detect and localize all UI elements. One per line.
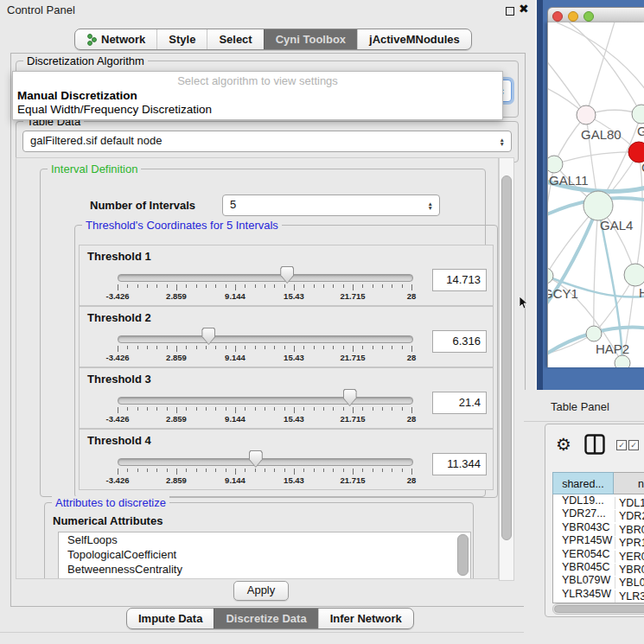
column-checkbox-icon[interactable]: ✓ (616, 440, 627, 450)
slider-tick (226, 284, 226, 288)
network-window-titlebar[interactable] (547, 7, 644, 24)
dropdown-option-equal-width[interactable]: Equal Width/Frequency Discretization (17, 103, 212, 116)
slider-tick (274, 469, 275, 472)
table-row[interactable]: YPR145WYPR1 (553, 534, 644, 547)
list-scrollbar[interactable] (457, 534, 469, 576)
slider-tick (167, 469, 168, 472)
network-node-gcy1[interactable] (548, 268, 553, 284)
slider-track[interactable] (118, 397, 413, 405)
table-rows[interactable]: YDL19...YDL1YDR27...YDR2YBR043CYBR0YPR14… (552, 494, 644, 603)
table-scrollbar-thumb[interactable] (554, 605, 644, 613)
float-window-icon[interactable] (506, 7, 514, 16)
attribute-list-item[interactable]: TopologicalCoefficient (59, 547, 470, 562)
table-data-combobox[interactable]: galFiltered.sif default node ▲▼ (22, 131, 512, 152)
slider-tick (333, 346, 334, 349)
slider-tick (176, 407, 177, 413)
network-node-h[interactable] (624, 264, 644, 286)
column-header-shared-name[interactable]: shared... (552, 472, 614, 494)
table-row[interactable]: YER054CYER0 (553, 548, 644, 561)
panel-scrollbar[interactable] (499, 157, 514, 581)
tab-select[interactable]: Select (207, 29, 263, 49)
tab-jactivemnodules[interactable]: jActiveMNodules (357, 29, 471, 49)
network-node-label: GAL80 (581, 127, 622, 142)
slider-tick (294, 469, 295, 475)
threshold-value-field[interactable]: 14.713 (432, 269, 487, 291)
threshold-value-field[interactable]: 11.344 (432, 453, 487, 475)
numerical-attributes-list[interactable]: SelfLoopsTopologicalCoefficientBetweenne… (58, 532, 471, 579)
tab-discretize-data[interactable]: Discretize Data (214, 609, 317, 628)
panel-scrollbar-thumb[interactable] (501, 175, 512, 540)
slider-tick (215, 346, 216, 349)
slider-thumb[interactable] (201, 328, 215, 345)
slider-tick (226, 346, 226, 349)
table-row[interactable]: YLR345WYLR3 (553, 588, 644, 601)
tab-network[interactable]: Network (75, 29, 156, 49)
tab-style[interactable]: Style (156, 29, 207, 49)
slider-tick (274, 407, 275, 411)
network-node[interactable] (615, 355, 630, 367)
number-of-intervals-combobox[interactable]: 5 ▲▼ (222, 194, 440, 216)
tab-cyni-toolbox[interactable]: Cyni Toolbox (264, 29, 357, 49)
slider-thumb[interactable] (280, 266, 294, 284)
tab-impute-data[interactable]: Impute Data (127, 609, 214, 628)
attribute-list-item[interactable]: SelfLoops (59, 532, 470, 547)
dropdown-option-manual[interactable]: Manual Discretization (17, 89, 137, 102)
slider-thumb[interactable] (343, 389, 357, 406)
attribute-list-item[interactable]: BetweennessCentrality (59, 562, 470, 577)
network-canvas[interactable]: GAL80GACGAL11GAL4GCY1HHAP2 (547, 22, 644, 367)
slider-tick (156, 469, 157, 472)
network-node-gal11[interactable] (548, 156, 563, 173)
slider-tick (294, 346, 295, 352)
close-icon[interactable]: ✖ (519, 2, 529, 16)
slider-tick (167, 407, 168, 411)
slider-tick (303, 284, 304, 288)
threshold-value-field[interactable]: 21.4 (432, 392, 487, 414)
apply-button[interactable]: Apply (233, 581, 289, 601)
slider-tick (333, 407, 334, 411)
slider-tick (137, 469, 138, 472)
tab-infer-network[interactable]: Infer Network (318, 609, 413, 628)
slider-tick (303, 346, 304, 349)
network-node-label: GCY1 (548, 286, 578, 301)
mac-zoom-icon[interactable] (583, 11, 594, 22)
slider-tick (255, 284, 256, 288)
slider-tick (411, 346, 412, 352)
slider-tick (284, 469, 285, 472)
threshold-value-field[interactable]: 6.316 (432, 330, 487, 353)
table-row[interactable]: YBR043CYBR0 (553, 521, 644, 534)
combo-stepper-icon: ▲▼ (500, 137, 505, 146)
mac-close-icon[interactable] (552, 11, 563, 22)
network-node-hap2[interactable] (586, 326, 602, 341)
slider-track[interactable] (118, 335, 413, 343)
column-checkbox-icon[interactable]: ✓ (628, 440, 639, 450)
table-row[interactable]: YDR27...YDR2 (553, 507, 644, 520)
slider-tick (118, 284, 118, 290)
slider-thumb[interactable] (249, 450, 263, 468)
slider-tick (118, 469, 118, 475)
table-horizontal-scrollbar[interactable] (552, 603, 644, 615)
table-row[interactable]: YDL19...YDL1 (553, 494, 644, 507)
split-columns-icon[interactable] (583, 433, 606, 456)
slider-tick (353, 469, 354, 475)
slider-tick (314, 407, 315, 411)
mac-minimize-icon[interactable] (568, 11, 578, 22)
column-header-name[interactable]: na (614, 472, 644, 494)
network-node-gal4[interactable] (583, 191, 613, 220)
slider-tick (235, 407, 236, 413)
slider-tick (215, 284, 216, 288)
table-row[interactable]: YBL079WYBL0 (553, 574, 644, 587)
control-panel: Control Panel ✖ NetworkStyleSelectCyni T… (0, 0, 537, 644)
algorithm-dropdown-popup: Select algorithm to view settings Manual… (12, 71, 503, 120)
network-node-label: H (639, 285, 644, 300)
network-node-ga[interactable] (632, 105, 644, 124)
network-node-gal80[interactable] (577, 105, 596, 124)
slider-track[interactable] (118, 274, 413, 282)
slider-tick (362, 284, 363, 288)
slider-tick (255, 407, 256, 411)
slider-tick-label: 28 (407, 475, 417, 485)
slider-tick (156, 346, 157, 349)
slider-tick (206, 407, 207, 411)
slider-track[interactable] (118, 458, 413, 466)
table-row[interactable]: YBR045CYBR0 (553, 561, 644, 574)
gear-icon[interactable]: ⚙ (556, 434, 571, 455)
